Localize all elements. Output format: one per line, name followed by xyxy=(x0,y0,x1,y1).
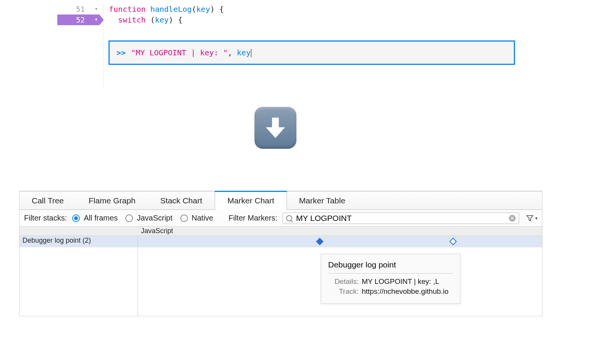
code-body[interactable]: function handleLog(key) { switch (key) { xyxy=(109,4,516,25)
param: key xyxy=(155,15,168,24)
logpoint-comma: , xyxy=(228,48,237,57)
paren: ) xyxy=(210,5,215,14)
tooltip-key: Track: xyxy=(328,287,359,296)
logpoint-input[interactable]: >> "MY LOGPOINT | key: ", key xyxy=(108,40,515,65)
chart-sidebar-header xyxy=(19,227,138,235)
chart-sidebar-empty xyxy=(19,247,138,316)
tooltip-key: Details: xyxy=(328,277,359,286)
radio-label[interactable]: All frames xyxy=(84,214,118,222)
code-editor: 51 ▾ 52 ▾ function handleLog(key) { swit… xyxy=(57,4,516,88)
tab-label: Call Tree xyxy=(32,196,64,205)
tab-label: Marker Table xyxy=(299,196,345,205)
code-line[interactable]: function handleLog(key) { xyxy=(109,4,516,14)
tooltip-title: Debugger log point xyxy=(328,260,453,269)
gutter-line[interactable]: 51 ▾ xyxy=(57,4,99,14)
chart-category-header: JavaScript xyxy=(138,227,542,235)
chart-category-label: JavaScript xyxy=(141,227,173,235)
filter-stacks-label: Filter stacks: xyxy=(24,214,67,222)
chevron-down-icon: ▾ xyxy=(535,216,537,221)
paren: ) xyxy=(169,15,173,24)
tab-bar: Call Tree Flame Graph Stack Chart Marker… xyxy=(19,192,542,210)
tooltip-value: MY LOGPOINT | key: ,L xyxy=(362,277,439,286)
tab-label: Flame Graph xyxy=(89,196,136,205)
indent xyxy=(109,15,118,24)
tooltip-value: https://nchevobbe.github.io xyxy=(362,287,448,296)
arrow-down-glyph xyxy=(261,114,290,142)
search-input[interactable] xyxy=(295,213,509,223)
filter-bar: Filter stacks: All frames JavaScript Nat… xyxy=(19,210,542,227)
line-number: 51 xyxy=(76,5,85,13)
radio-javascript[interactable] xyxy=(125,214,133,222)
gutter-divider xyxy=(103,4,104,88)
keyword-switch: switch xyxy=(118,15,146,24)
filter-markers-label: Filter Markers: xyxy=(228,214,277,222)
chart-track[interactable] xyxy=(138,236,542,247)
fold-chevron-icon[interactable]: ▾ xyxy=(94,6,99,11)
logpoint-expression[interactable]: "MY LOGPOINT | key: ", key xyxy=(131,48,251,58)
chart-empty-area xyxy=(19,247,542,316)
logpoint-var: key xyxy=(237,48,251,57)
marker-dot[interactable] xyxy=(316,238,324,245)
tab-call-tree[interactable]: Call Tree xyxy=(19,192,76,209)
gutter-line-active[interactable]: 52 ▾ xyxy=(57,14,99,25)
tooltip-divider xyxy=(328,273,453,274)
radio-label[interactable]: JavaScript xyxy=(137,214,172,222)
paren: ( xyxy=(192,5,196,14)
tooltip-row-details: Details: MY LOGPOINT | key: ,L xyxy=(328,277,453,286)
code-line[interactable]: switch (key) { xyxy=(109,14,516,25)
brace: { xyxy=(173,15,183,24)
tab-label: Marker Chart xyxy=(227,196,274,205)
arrow-down-icon xyxy=(254,107,296,149)
param: key xyxy=(196,5,210,14)
tab-label: Stack Chart xyxy=(160,196,202,205)
radio-native[interactable] xyxy=(180,214,188,222)
radio-label[interactable]: Native xyxy=(192,214,214,222)
funnel-icon xyxy=(526,214,534,222)
logpoint-string: "MY LOGPOINT | key: " xyxy=(131,48,228,57)
keyword-function: function xyxy=(109,5,146,14)
gutter: 51 ▾ 52 ▾ xyxy=(57,4,99,25)
marker-dot[interactable] xyxy=(449,238,457,245)
chart-header-row: JavaScript xyxy=(19,227,542,236)
search-icon xyxy=(286,215,292,221)
row-label-text: Debugger log point (2) xyxy=(23,237,91,244)
tab-stack-chart[interactable]: Stack Chart xyxy=(148,192,215,209)
function-name: handleLog xyxy=(150,5,191,14)
chart-row[interactable]: Debugger log point (2) xyxy=(19,236,542,247)
radio-all-frames[interactable] xyxy=(72,214,80,222)
logpoint-prompt-icon: >> xyxy=(117,48,126,57)
paren: ( xyxy=(146,15,155,24)
chart-row-label: Debugger log point (2) xyxy=(19,236,138,247)
search-box[interactable]: ✕ xyxy=(283,213,519,224)
filter-menu-button[interactable]: ▾ xyxy=(526,214,537,222)
line-number: 52 xyxy=(76,16,85,24)
clear-search-button[interactable]: ✕ xyxy=(509,215,516,222)
tab-marker-table[interactable]: Marker Table xyxy=(287,192,358,209)
marker-tooltip: Debugger log point Details: MY LOGPOINT … xyxy=(321,254,460,304)
tab-marker-chart[interactable]: Marker Chart xyxy=(215,192,287,209)
tooltip-row-track: Track: https://nchevobbe.github.io xyxy=(328,287,453,296)
text-caret xyxy=(251,49,251,57)
profiler-panel: Call Tree Flame Graph Stack Chart Marker… xyxy=(19,191,542,316)
fold-chevron-icon[interactable]: ▾ xyxy=(94,17,99,22)
search-wrap: ✕ ▾ xyxy=(283,213,537,224)
brace: { xyxy=(215,5,224,14)
tab-flame-graph[interactable]: Flame Graph xyxy=(76,192,148,209)
